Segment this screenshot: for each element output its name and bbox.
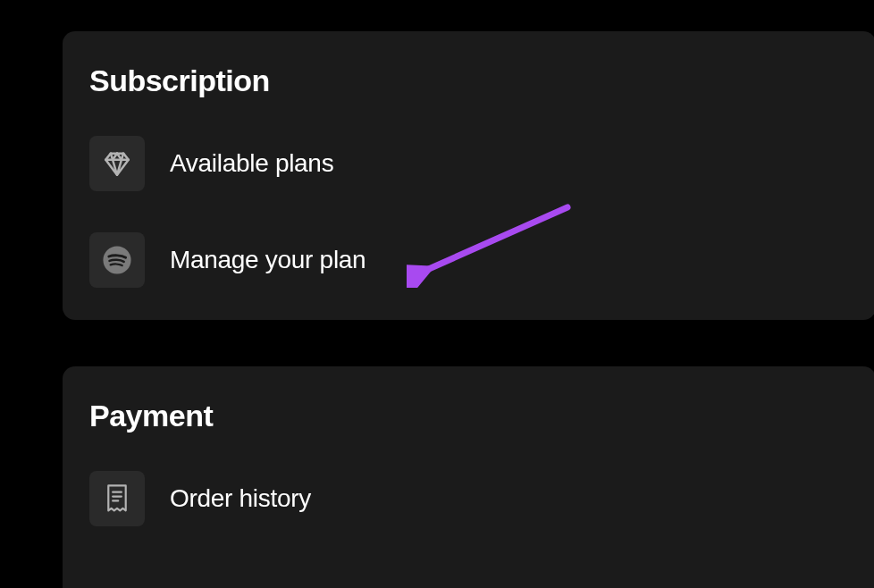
- order-history-button[interactable]: Order history: [89, 471, 849, 526]
- available-plans-button[interactable]: Available plans: [89, 136, 849, 191]
- manage-your-plan-label: Manage your plan: [170, 246, 366, 274]
- manage-your-plan-button[interactable]: Manage your plan: [89, 232, 849, 288]
- order-history-label: Order history: [170, 484, 311, 513]
- payment-title: Payment: [89, 399, 849, 433]
- subscription-card: Subscription Available plans: [63, 31, 874, 320]
- subscription-title: Subscription: [89, 63, 849, 98]
- diamond-icon: [89, 136, 145, 191]
- spotify-icon: [89, 232, 145, 288]
- settings-page: Subscription Available plans: [0, 0, 874, 588]
- available-plans-label: Available plans: [170, 149, 333, 178]
- receipt-icon: [89, 471, 145, 526]
- payment-card: Payment Order history: [63, 366, 874, 588]
